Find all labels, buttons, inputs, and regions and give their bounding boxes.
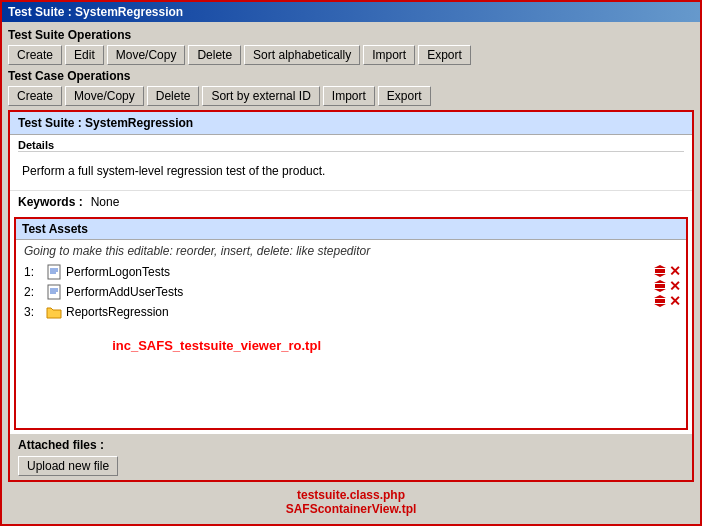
attached-files-label: Attached files : — [18, 438, 684, 452]
test-items-area: 1: PerformLogonTests — [16, 262, 686, 428]
svg-rect-11 — [655, 284, 665, 288]
svg-marker-10 — [654, 274, 666, 277]
item-name-2: PerformAddUserTests — [66, 285, 678, 299]
svg-marker-13 — [654, 289, 666, 292]
item-name-1: PerformLogonTests — [66, 265, 678, 279]
doc-icon-1 — [46, 264, 62, 280]
keywords-value: None — [91, 195, 120, 209]
case-create-button[interactable]: Create — [8, 86, 62, 106]
details-section: Details Perform a full system-level regr… — [10, 135, 692, 190]
footer-info: testsuite.class.php SAFScontainerView.tp… — [8, 486, 694, 518]
svg-rect-4 — [48, 285, 60, 299]
suite-delete-button[interactable]: Delete — [188, 45, 241, 65]
suite-import-button[interactable]: Import — [363, 45, 415, 65]
item-3-actions: ✕ — [653, 294, 682, 308]
suite-operations-label: Test Suite Operations — [8, 28, 694, 42]
inc-overlay-label: inc_SAFS_testsuite_viewer_ro.tpl — [112, 338, 321, 353]
svg-marker-16 — [654, 304, 666, 307]
svg-rect-8 — [655, 269, 665, 273]
case-sort-button[interactable]: Sort by external ID — [202, 86, 319, 106]
svg-marker-15 — [654, 295, 666, 298]
item-number-1: 1: — [24, 265, 42, 279]
svg-marker-9 — [654, 265, 666, 268]
details-label: Details — [18, 139, 684, 152]
svg-marker-12 — [654, 280, 666, 283]
suite-create-button[interactable]: Create — [8, 45, 62, 65]
suite-operations-section: Test Suite Operations Create Edit Move/C… — [8, 28, 694, 65]
suite-edit-button[interactable]: Edit — [65, 45, 104, 65]
test-item: 3: ReportsRegression — [16, 302, 686, 322]
move-icon-1[interactable] — [653, 264, 667, 278]
keywords-label: Keywords : — [18, 195, 83, 209]
move-icon-2[interactable] — [653, 279, 667, 293]
test-assets-header: Test Assets — [16, 219, 686, 240]
svg-rect-0 — [48, 265, 60, 279]
test-item: 1: PerformLogonTests — [16, 262, 686, 282]
upload-new-file-button[interactable]: Upload new file — [18, 456, 118, 476]
item-number-2: 2: — [24, 285, 42, 299]
case-operations-section: Test Case Operations Create Move/Copy De… — [8, 69, 694, 106]
side-action-icons: ✕ ✕ — [653, 264, 682, 308]
doc-icon-2 — [46, 284, 62, 300]
suite-sort-button[interactable]: Sort alphabetically — [244, 45, 360, 65]
item-1-actions: ✕ — [653, 264, 682, 278]
delete-icon-3[interactable]: ✕ — [668, 294, 682, 308]
content-area: Test Suite Operations Create Edit Move/C… — [2, 22, 700, 524]
suite-description: Perform a full system-level regression t… — [18, 156, 684, 186]
case-delete-button[interactable]: Delete — [147, 86, 200, 106]
suite-operations-buttons: Create Edit Move/Copy Delete Sort alphab… — [8, 45, 694, 65]
test-item: 2: PerformAddUserTests — [16, 282, 686, 302]
move-icon-3[interactable] — [653, 294, 667, 308]
suite-detail-header: Test Suite : SystemRegression — [10, 112, 692, 135]
item-name-3: ReportsRegression — [66, 305, 678, 319]
suite-movecopy-button[interactable]: Move/Copy — [107, 45, 186, 65]
test-assets-section: Test Assets Going to make this editable:… — [14, 217, 688, 430]
main-window: Test Suite : SystemRegression Test Suite… — [0, 0, 702, 526]
case-operations-label: Test Case Operations — [8, 69, 694, 83]
main-panel: Test Suite : SystemRegression Details Pe… — [8, 110, 694, 482]
case-operations-buttons: Create Move/Copy Delete Sort by external… — [8, 86, 694, 106]
window-title: Test Suite : SystemRegression — [8, 5, 183, 19]
case-export-button[interactable]: Export — [378, 86, 431, 106]
footer-line2: SAFScontainerView.tpl — [10, 502, 692, 516]
title-bar: Test Suite : SystemRegression — [2, 2, 700, 22]
test-assets-note: Going to make this editable: reorder, in… — [16, 240, 686, 262]
item-2-actions: ✕ — [653, 279, 682, 293]
folder-icon-3 — [46, 304, 62, 320]
footer-line1: testsuite.class.php — [10, 488, 692, 502]
case-import-button[interactable]: Import — [323, 86, 375, 106]
delete-icon-2[interactable]: ✕ — [668, 279, 682, 293]
case-movecopy-button[interactable]: Move/Copy — [65, 86, 144, 106]
suite-export-button[interactable]: Export — [418, 45, 471, 65]
item-number-3: 3: — [24, 305, 42, 319]
svg-rect-14 — [655, 299, 665, 303]
delete-icon-1[interactable]: ✕ — [668, 264, 682, 278]
keywords-row: Keywords : None — [10, 190, 692, 213]
attached-files-section: Attached files : Upload new file — [10, 434, 692, 480]
